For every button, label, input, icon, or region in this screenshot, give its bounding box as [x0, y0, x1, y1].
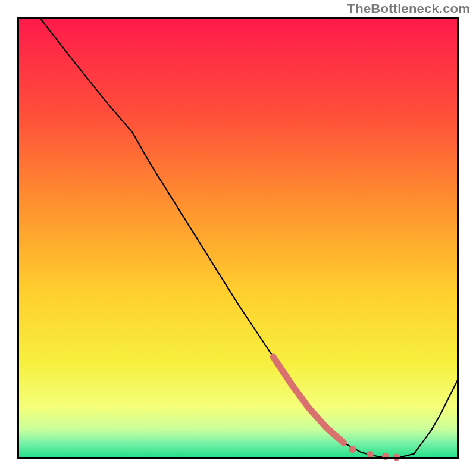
- gradient-background: [18, 18, 458, 458]
- watermark-text: TheBottleneck.com: [347, 1, 470, 17]
- chart-stage: TheBottleneck.com: [0, 0, 476, 476]
- chart-svg: [0, 0, 476, 476]
- plot-layer: [18, 18, 458, 461]
- highlight-dot: [349, 446, 356, 453]
